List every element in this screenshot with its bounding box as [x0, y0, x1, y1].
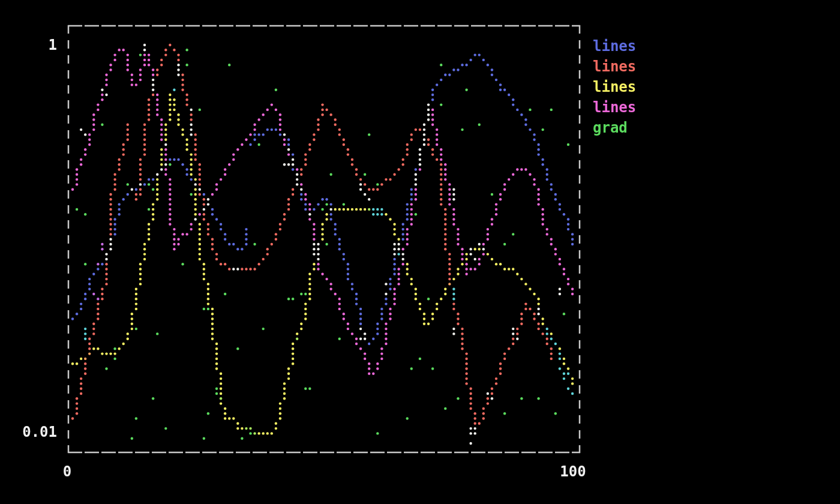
- legend: lines lines lines lines grad: [593, 37, 636, 139]
- terminal-plot-screen: 1 0.01 0 100 lines lines lines lines gra…: [0, 0, 840, 504]
- legend-item-lines-yellow: lines: [593, 78, 636, 98]
- legend-item-grad: grad: [593, 119, 636, 139]
- plot-canvas: [0, 0, 840, 504]
- x-axis-tick-0: 0: [58, 463, 76, 480]
- legend-item-lines-blue: lines: [593, 37, 636, 58]
- y-axis-tick-0.01: 0.01: [9, 424, 57, 440]
- legend-item-lines-red: lines: [593, 58, 636, 78]
- legend-item-lines-magenta: lines: [593, 98, 636, 119]
- y-axis-tick-1: 1: [9, 37, 57, 53]
- x-axis-tick-100: 100: [555, 463, 591, 480]
